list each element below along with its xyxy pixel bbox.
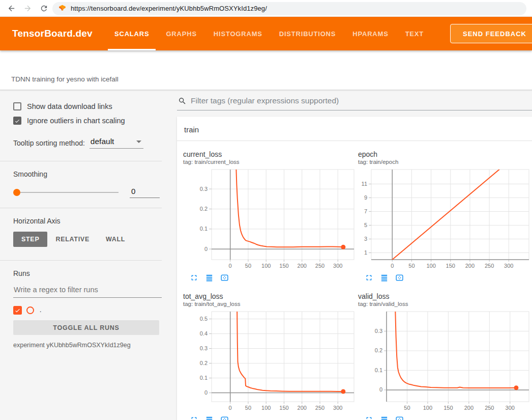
axis-step-button[interactable]: STEP: [13, 232, 47, 247]
tab-distributions[interactable]: DISTRIBUTIONS: [279, 17, 336, 50]
data-table-icon[interactable]: [380, 415, 389, 420]
fullscreen-icon[interactable]: [190, 273, 198, 282]
svg-text:3: 3: [364, 236, 367, 242]
svg-text:150: 150: [446, 263, 455, 269]
app-header: TensorBoard.dev SCALARS GRAPHS HISTOGRAM…: [0, 17, 532, 50]
data-table-icon[interactable]: [205, 273, 214, 282]
divider: [0, 161, 162, 161]
smoothing-label: Smoothing: [13, 170, 162, 178]
tab-histograms[interactable]: HISTOGRAMS: [214, 17, 262, 50]
fit-domain-icon[interactable]: [395, 273, 404, 282]
axis-relative-button[interactable]: RELATIVE: [47, 232, 97, 247]
toggle-all-runs-button[interactable]: TOGGLE ALL RUNS: [13, 320, 159, 335]
svg-text:0.5: 0.5: [200, 316, 208, 322]
svg-text:100: 100: [423, 405, 432, 411]
horizontal-axis-label: Horizontal Axis: [13, 217, 162, 225]
chart-tag: tag: train/epoch: [358, 159, 532, 165]
svg-text:0.2: 0.2: [375, 347, 382, 353]
slider-knob[interactable]: [13, 189, 20, 196]
fit-domain-icon[interactable]: [220, 415, 229, 420]
divider: [0, 208, 162, 208]
show-download-links-checkbox[interactable]: [13, 102, 21, 110]
svg-text:9: 9: [364, 194, 367, 201]
fullscreen-icon[interactable]: [365, 415, 373, 420]
chart-title: tot_avg_loss: [183, 292, 358, 300]
svg-text:200: 200: [464, 405, 474, 411]
tab-hparams[interactable]: HPARAMS: [352, 17, 388, 50]
tooltip-sorting-label: Tooltip sorting method:: [13, 139, 85, 149]
svg-text:0: 0: [204, 246, 208, 252]
line-chart-valid-loss[interactable]: 5010015020025030000.10.20.3: [358, 311, 532, 412]
ignore-outliers-checkbox[interactable]: [13, 117, 21, 125]
ignore-outliers-row[interactable]: Ignore outliers in chart scaling: [13, 114, 162, 128]
forward-arrow-icon[interactable]: [21, 2, 34, 15]
chart-title: epoch: [358, 150, 532, 158]
train-section-card: train current_loss tag: train/current_lo…: [177, 117, 532, 420]
search-icon: [178, 97, 187, 105]
horizontal-axis-buttons: STEP RELATIVE WALL: [13, 232, 162, 247]
section-title[interactable]: train: [177, 117, 532, 141]
back-arrow-icon[interactable]: [5, 2, 18, 15]
slider-track: [13, 192, 119, 193]
address-bar[interactable]: https://tensorboard.dev/experiment/yKUbh…: [52, 2, 526, 15]
tooltip-sorting-select[interactable]: default: [90, 137, 143, 149]
svg-text:100: 100: [426, 263, 435, 269]
tab-text[interactable]: TEXT: [405, 17, 424, 50]
line-chart-tot-avg-loss[interactable]: 05010015020025030000.10.20.30.40.5: [183, 311, 359, 412]
main-content: train current_loss tag: train/current_lo…: [175, 90, 532, 420]
data-table-icon[interactable]: [380, 273, 389, 282]
svg-text:250: 250: [315, 405, 324, 411]
chart-toolbar: [183, 415, 358, 420]
svg-text:0.2: 0.2: [200, 360, 208, 366]
svg-text:200: 200: [465, 263, 475, 269]
experiment-id-label: experiment yKUbhb5wRmOSXYkId1z9eg: [13, 342, 162, 349]
show-download-links-row[interactable]: Show data download links: [13, 99, 162, 114]
show-download-links-label: Show data download links: [27, 102, 112, 110]
smoothing-slider[interactable]: [13, 189, 119, 196]
run-name: .: [40, 306, 41, 314]
svg-text:0: 0: [229, 405, 232, 411]
svg-text:0.2: 0.2: [200, 206, 208, 212]
svg-text:50: 50: [408, 263, 415, 269]
smoothing-value[interactable]: 0: [130, 187, 160, 198]
send-feedback-button[interactable]: SEND FEEDBACK: [450, 24, 532, 43]
svg-text:300: 300: [506, 405, 515, 411]
chart-current-loss: current_loss tag: train/current_loss 050…: [183, 150, 358, 282]
brand-title: TensorBoard.dev: [12, 17, 93, 50]
fullscreen-icon[interactable]: [365, 273, 373, 282]
svg-text:5: 5: [364, 222, 367, 228]
filter-tags-input[interactable]: [191, 96, 496, 105]
settings-sidebar: Show data download links Ignore outliers…: [0, 90, 175, 420]
chart-tag: tag: train/valid_loss: [358, 301, 532, 307]
svg-text:0.1: 0.1: [375, 367, 382, 373]
run-checkbox[interactable]: [13, 306, 22, 315]
axis-wall-button[interactable]: WALL: [98, 232, 133, 247]
svg-text:100: 100: [261, 263, 271, 269]
svg-text:50: 50: [245, 405, 251, 411]
svg-text:0: 0: [204, 389, 208, 396]
chart-tag: tag: train/tot_avg_loss: [183, 301, 358, 307]
svg-text:0.1: 0.1: [200, 226, 208, 232]
svg-text:300: 300: [333, 405, 342, 411]
fullscreen-icon[interactable]: [190, 415, 198, 420]
tab-graphs[interactable]: GRAPHS: [166, 17, 196, 50]
chart-toolbar: [358, 415, 532, 420]
tab-scalars[interactable]: SCALARS: [114, 17, 149, 50]
line-chart-epoch[interactable]: 0501001502002503001357911: [358, 169, 532, 270]
data-table-icon[interactable]: [205, 415, 214, 420]
fit-domain-icon[interactable]: [395, 415, 404, 420]
svg-text:0.3: 0.3: [200, 186, 208, 192]
chart-title: current_loss: [183, 150, 358, 158]
fit-domain-icon[interactable]: [220, 273, 229, 282]
svg-text:1: 1: [364, 249, 367, 256]
chart-tot-avg-loss: tot_avg_loss tag: train/tot_avg_loss 050…: [183, 292, 358, 420]
reload-icon[interactable]: [37, 2, 50, 15]
tensorboard-favicon: [58, 5, 66, 12]
svg-text:0.3: 0.3: [200, 345, 208, 351]
svg-text:0.3: 0.3: [375, 328, 382, 334]
line-chart-current-loss[interactable]: 05010015020025030000.10.20.3: [183, 169, 359, 270]
run-row[interactable]: .: [13, 304, 162, 316]
runs-regex-input[interactable]: [13, 286, 162, 298]
ignore-outliers-label: Ignore outliers in chart scaling: [27, 117, 125, 125]
svg-text:50: 50: [404, 405, 410, 411]
